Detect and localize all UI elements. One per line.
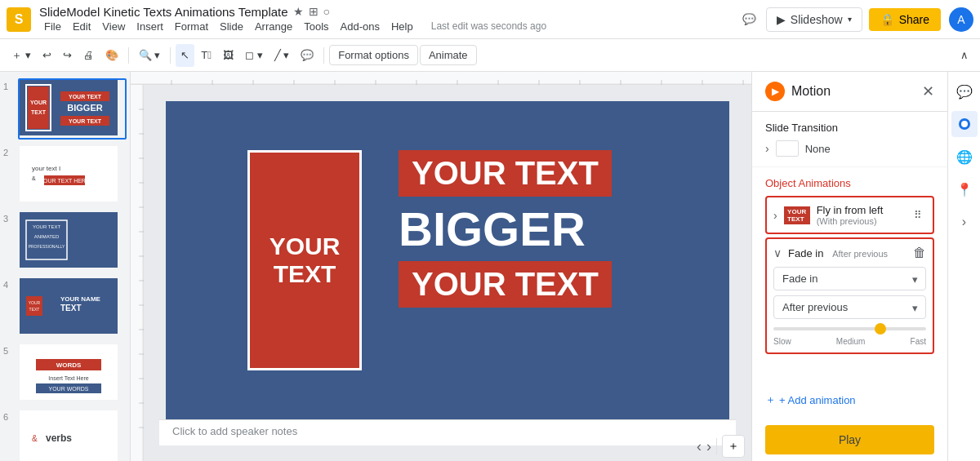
image-tool[interactable]: 🖼 [218,44,238,67]
menu-addons[interactable]: Add-ons [336,19,385,34]
anim1-thumb-text: YOURTEXT [787,208,806,223]
slide-preview-6[interactable]: & verbs [18,409,127,461]
right-strip-globe-icon[interactable]: 🌐 [951,144,978,170]
anim1-expand-icon[interactable]: › [773,209,777,222]
slide-thumb-5[interactable]: 5 WORDS Insert Text Here YOUR WORDS [3,343,127,404]
slide-preview-1[interactable]: YOUR TEXT YOUR TEXT BIGGER YOUR TEXT [18,78,127,140]
add-animation-button[interactable]: ＋ + Add animation [765,388,934,412]
slide-thumb-2[interactable]: 2 your text I & YOUR TEXT HERE [3,144,127,206]
star-icon[interactable]: ★ [293,5,304,18]
your-text-box[interactable]: YOUR TEXT [247,150,362,370]
anim1-name: Fly in from left [817,204,903,216]
slideshow-label: Slideshow [791,13,843,26]
slide-preview-5[interactable]: WORDS Insert Text Here YOUR WORDS [18,343,127,404]
add-button[interactable]: ＋ ▾ [7,44,36,67]
grid-icon[interactable]: ⊞ [309,5,318,18]
animation-item-2: ∨ Fade in After previous 🗑 Fade [765,237,934,354]
svg-text:verbs: verbs [46,432,72,444]
play-button[interactable]: Play [765,425,934,454]
zoom-button[interactable]: 🔍 ▾ [134,44,166,67]
undo-button[interactable]: ↩ [38,44,56,67]
comment-tool[interactable]: 💬 [296,44,318,67]
svg-text:YOUR TEXT HERE: YOUR TEXT HERE [39,178,90,184]
svg-text:WORDS: WORDS [56,361,82,369]
print-button[interactable]: 🖨 [78,44,99,67]
svg-rect-21 [26,296,42,316]
speed-fast-label: Fast [911,337,926,346]
slide-thumb-6[interactable]: 6 & verbs [3,409,127,461]
right-strip-chat-icon[interactable]: 💬 [951,78,978,104]
object-animations-section: Object Animations › YOURTEXT Fly in from… [752,167,947,381]
paint-format-button[interactable]: 🎨 [100,44,123,67]
svg-text:YOUR TEXT: YOUR TEXT [33,224,61,229]
shape-tool[interactable]: ◻ ▾ [240,44,268,67]
menu-slide[interactable]: Slide [215,19,248,34]
cloud-icon[interactable]: ○ [323,5,330,18]
anim-timing-select[interactable]: After previous On click With previous [773,295,926,319]
motion-icon: ▶ [765,82,785,101]
cursor-tool[interactable]: ↖ [176,44,194,67]
slide-preview-3[interactable]: YOUR TEXT ANIMATED PROFESSIONALLY [18,211,127,272]
divider1 [128,47,129,64]
animate-button[interactable]: Animate [420,45,477,65]
anim-type-select[interactable]: Fade in Fly in from left Fly in from rig… [773,267,926,290]
menu-file[interactable]: File [39,19,66,34]
chat-icon[interactable]: 💬 [737,7,763,33]
transition-preview-icon [776,140,799,157]
anim1-grid-icon[interactable]: ⠿ [910,207,926,224]
add-slide-button[interactable]: ＋ [722,435,745,458]
slide-preview-4[interactable]: YOUR TEXT YOUR NAME TEXT [18,277,127,338]
slide-thumb-3[interactable]: 3 YOUR TEXT ANIMATED PROFESSIONALLY [3,211,127,272]
anim2-chevron-icon[interactable]: ∨ [773,246,782,259]
menu-edit[interactable]: Edit [68,19,96,34]
close-motion-button[interactable]: ✕ [922,82,934,100]
svg-text:YOUR: YOUR [30,100,47,105]
slideshow-button[interactable]: ▶ Slideshow ▾ [766,7,862,32]
app-icon[interactable]: S [7,7,31,32]
slide-transition-section: Slide Transition › None [752,112,947,167]
anim2-name-text: Fade in [788,247,823,259]
next-slide-button[interactable]: › [706,438,711,455]
avatar[interactable]: A [949,7,973,32]
motion-title: Motion [791,84,915,99]
collapse-panel-button[interactable]: ∧ [956,44,973,67]
speed-thumb[interactable] [875,323,886,335]
menu-view[interactable]: View [97,19,130,34]
menu-arrange[interactable]: Arrange [250,19,297,34]
menu-insert[interactable]: Insert [131,19,168,34]
slide-thumb-1[interactable]: 1 YOUR TEXT YOUR TEXT BIGGER YOUR TEXT [3,78,127,140]
right-strip-color-icon[interactable] [951,111,978,137]
menu-format[interactable]: Format [170,19,213,34]
slide-center: YOUR TEXT YOUR TEXT BIGGER [144,85,751,461]
anim2-delete-button[interactable]: 🗑 [913,246,926,260]
text-tool[interactable]: T⃞ [196,44,216,67]
slide-num-6: 6 [3,409,15,422]
canvas-body: YOUR TEXT YOUR TEXT BIGGER [131,85,751,461]
redo-button[interactable]: ↪ [58,44,77,67]
format-options-button[interactable]: Format options [329,45,418,65]
svg-text:YOUR TEXT: YOUR TEXT [69,118,102,124]
anim2-name: Fade in After previous [788,247,906,259]
slide-thumb-4[interactable]: 4 YOUR TEXT YOUR NAME TEXT [3,277,127,338]
slideshow-chevron-icon: ▾ [848,15,852,24]
speed-slider[interactable] [773,327,926,330]
nav-controls: ‹ › ＋ [690,432,751,461]
prev-slide-button[interactable]: ‹ [697,438,702,455]
transition-chevron-right-icon[interactable]: › [765,142,769,155]
speaker-notes[interactable]: Click to add speaker notes [159,419,736,445]
slide-num-1: 1 [3,78,15,91]
transition-label[interactable]: None [805,143,831,155]
transition-row: › None [765,140,934,157]
your-text-line2: TEXT [274,260,336,288]
share-button[interactable]: 🔒 Share [869,8,941,31]
right-strip-pin-icon[interactable]: 📍 [951,176,978,202]
menu-help[interactable]: Help [386,19,418,34]
svg-text:&: & [32,175,36,181]
line-tool[interactable]: ╱ ▾ [270,44,295,67]
menu-tools[interactable]: Tools [299,19,333,34]
slide-preview-2[interactable]: your text I & YOUR TEXT HERE [18,144,127,206]
slide-canvas-5: WORDS Insert Text Here YOUR WORDS [20,344,118,400]
motion-icon-symbol: ▶ [772,86,779,97]
slide-main[interactable]: YOUR TEXT YOUR TEXT BIGGER [166,101,729,419]
right-strip-expand-icon[interactable]: › [951,209,978,235]
